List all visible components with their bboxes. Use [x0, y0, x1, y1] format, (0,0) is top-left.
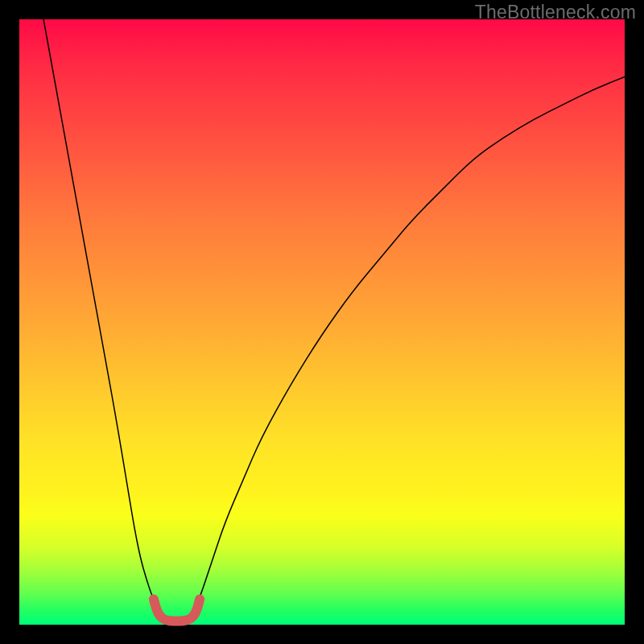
series-highlight-band	[154, 599, 200, 621]
chart-frame: TheBottleneck.com	[0, 0, 644, 644]
plot-area	[19, 19, 625, 625]
curves-svg	[19, 19, 625, 625]
series-curve-right	[192, 76, 625, 615]
watermark-text: TheBottleneck.com	[475, 2, 636, 23]
series-curve-left	[43, 19, 162, 616]
